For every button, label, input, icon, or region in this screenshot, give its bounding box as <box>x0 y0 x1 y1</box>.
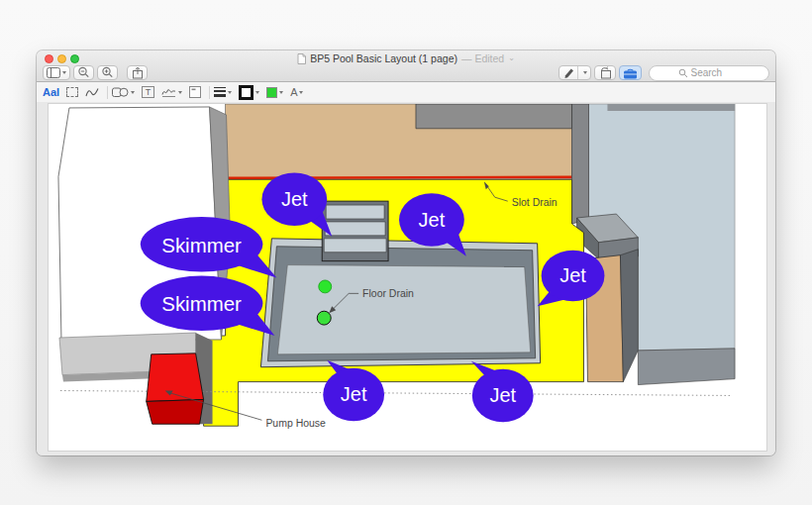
text-box-glyph: T <box>146 87 152 97</box>
pdf-page[interactable]: Slot Drain Floor Drain Pump House <box>48 103 767 452</box>
shape-style-tool[interactable] <box>214 87 232 97</box>
callout-text: Jet <box>341 383 367 405</box>
search-icon <box>678 68 688 78</box>
floor-drain-marker-lower <box>317 311 331 325</box>
chevron-down-icon <box>228 91 232 94</box>
markup-toolbar-toggle-button[interactable] <box>619 65 642 80</box>
document-icon <box>297 53 306 64</box>
border-color-tool[interactable] <box>239 85 259 100</box>
text-box-tool[interactable]: T <box>142 86 154 98</box>
pump-house-cube-front <box>147 399 204 424</box>
sidebar-toggle-button[interactable] <box>43 65 70 80</box>
text-box-icon: T <box>142 86 154 98</box>
sketch-icon <box>85 86 99 98</box>
selection-rect-icon <box>66 87 78 97</box>
fill-color-tool[interactable] <box>266 87 283 98</box>
edited-status[interactable]: — Edited <box>461 52 504 64</box>
chevron-down-icon <box>279 91 283 94</box>
document-area: Slot Drain Floor Drain Pump House <box>37 102 775 455</box>
toolbar-right-group <box>558 65 769 81</box>
titlebar: BP5 Pool Basic Layout (1 page) — Edited … <box>37 50 775 64</box>
dark-wall-face <box>620 250 638 382</box>
zoom-out-icon <box>77 66 90 79</box>
annotate-pen-button[interactable] <box>558 65 591 80</box>
main-toolbar <box>37 64 775 81</box>
title-chevron-icon[interactable]: ⌄ <box>508 54 515 62</box>
fill-color-swatch <box>266 87 277 98</box>
window-title-area: BP5 Pool Basic Layout (1 page) — Edited … <box>37 52 775 64</box>
sketch-tool[interactable] <box>85 86 99 98</box>
patio-top-wall <box>607 104 735 111</box>
rectangular-selection-tool[interactable] <box>66 87 78 97</box>
zoom-in-button[interactable] <box>97 65 118 80</box>
window-title: BP5 Pool Basic Layout (1 page) <box>310 52 457 64</box>
floor-drain-marker-upper <box>319 280 332 293</box>
text-style-tool[interactable]: A <box>290 86 303 98</box>
callout-text: Jet <box>419 209 446 231</box>
search-input[interactable] <box>691 67 741 78</box>
pool-floor <box>277 265 530 354</box>
chevron-down-icon <box>255 91 259 94</box>
signature-icon <box>161 86 176 98</box>
pen-icon <box>562 67 574 79</box>
chevron-down-icon <box>131 91 135 94</box>
shapes-icon <box>112 86 129 98</box>
chevron-down-icon <box>299 91 303 94</box>
pool-step-2 <box>325 222 385 236</box>
shapes-tool[interactable] <box>112 86 135 98</box>
share-icon <box>131 66 144 79</box>
callout-text: Jet <box>281 188 308 210</box>
chevron-down-icon <box>583 71 587 74</box>
preview-window: BP5 Pool Basic Layout (1 page) — Edited … <box>37 50 775 455</box>
chevron-down-icon <box>62 71 66 74</box>
floor-drain-label: Floor Drain <box>362 288 414 299</box>
sign-tool[interactable] <box>161 86 182 98</box>
text-selection-tool[interactable]: AaI <box>43 86 59 98</box>
pool-step-1 <box>326 205 384 219</box>
zoom-in-icon <box>101 66 114 79</box>
border-color-swatch <box>239 85 254 100</box>
callout-text: Skimmer <box>161 235 242 256</box>
toolbar-divider <box>209 86 210 99</box>
text-style-icon: A <box>290 86 297 98</box>
pool-layout-drawing: Slot Drain Floor Drain Pump House <box>49 104 766 451</box>
window-header: BP5 Pool Basic Layout (1 page) — Edited … <box>37 50 775 82</box>
toolbox-icon <box>623 67 638 79</box>
search-field[interactable] <box>649 65 769 81</box>
callout-text: Jet <box>559 265 586 287</box>
sidebar-icon <box>47 67 60 78</box>
pump-house-label: Pump House <box>265 418 326 429</box>
chevron-down-icon <box>178 91 182 94</box>
markup-toolbar: AaI T <box>37 82 775 103</box>
share-button[interactable] <box>127 65 148 80</box>
toolbar-divider <box>107 86 108 99</box>
note-tool[interactable] <box>189 86 201 98</box>
note-icon <box>189 86 201 98</box>
pool-step-3 <box>324 239 386 252</box>
slot-drain-label: Slot Drain <box>512 197 558 208</box>
callout-text: Skimmer <box>161 293 242 315</box>
desktop-background: BP5 Pool Basic Layout (1 page) — Edited … <box>0 0 812 505</box>
retaining-wall <box>572 104 589 224</box>
line-weight-icon <box>214 87 226 97</box>
rotate-icon <box>598 66 612 79</box>
patio-front-wall <box>638 349 735 385</box>
terrace-wall-block <box>416 104 572 129</box>
rotate-left-button[interactable] <box>594 65 616 80</box>
callout-text: Jet <box>489 384 516 406</box>
zoom-out-button[interactable] <box>73 65 94 80</box>
